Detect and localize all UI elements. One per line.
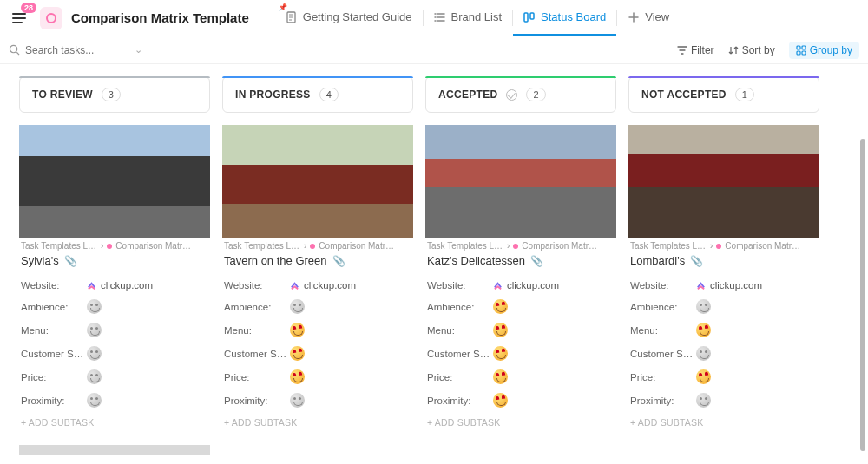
sort-icon <box>728 45 739 56</box>
field-menu[interactable]: Menu: <box>425 318 616 342</box>
emoji-heart-eyes-icon <box>493 299 508 314</box>
space-avatar[interactable] <box>40 7 62 29</box>
card-title[interactable]: Tavern on the Green 📎 <box>224 254 411 267</box>
tab-label: Getting Started Guide <box>303 10 412 23</box>
paperclip-icon: 📎 <box>690 255 703 267</box>
tab-label: Brand List <box>451 10 503 23</box>
column-title: ACCEPTED <box>438 88 497 101</box>
breadcrumb[interactable]: Task Templates Libr...› Comparison Matri… <box>630 241 818 251</box>
breadcrumb[interactable]: Task Templates Libr...› Comparison Matri… <box>427 241 615 251</box>
add-subtask-button[interactable]: + ADD SUBTASK <box>19 412 210 433</box>
status-dot-icon <box>107 244 112 249</box>
tab-brand-list[interactable]: Brand List <box>424 0 513 36</box>
add-subtask-button[interactable]: + ADD SUBTASK <box>425 412 616 433</box>
clickup-icon <box>290 281 299 291</box>
field-customer[interactable]: Customer Se... <box>222 342 413 365</box>
add-subtask-button[interactable]: + ADD SUBTASK <box>222 412 413 433</box>
column-header[interactable]: IN PROGRESS 4 <box>222 76 413 113</box>
field-menu[interactable]: Menu: <box>19 318 210 342</box>
field-proximity[interactable]: Proximity: <box>628 389 819 412</box>
field-website[interactable]: Website:clickup.com <box>628 276 819 295</box>
column-count: 2 <box>526 88 545 101</box>
emoji-neutral-icon <box>696 299 711 314</box>
add-subtask-button[interactable]: + ADD SUBTASK <box>628 412 819 433</box>
field-customer[interactable]: Customer Se... <box>628 342 819 365</box>
tab-label: Status Board <box>541 10 606 23</box>
search-box[interactable]: ⌄ <box>9 44 165 56</box>
breadcrumb[interactable]: Task Templates Libr...› Comparison Matri… <box>21 241 208 251</box>
search-icon <box>9 44 20 56</box>
group-icon <box>796 45 806 56</box>
list-icon <box>434 11 446 23</box>
card-image <box>628 125 819 238</box>
emoji-heart-eyes-icon <box>290 346 305 361</box>
breadcrumb[interactable]: Task Templates Libr...› Comparison Matri… <box>224 241 411 251</box>
pin-icon: 📌 <box>279 3 287 11</box>
field-ambience[interactable]: Ambience: <box>19 295 210 318</box>
groupby-label: Group by <box>810 44 852 56</box>
paperclip-icon: 📎 <box>332 255 345 267</box>
doc-icon <box>286 11 298 23</box>
card-image <box>425 125 616 238</box>
paperclip-icon: 📎 <box>64 255 77 267</box>
field-proximity[interactable]: Proximity: <box>222 389 413 412</box>
vertical-scrollbar[interactable] <box>860 139 865 451</box>
card-image <box>19 125 210 238</box>
emoji-heart-eyes-icon <box>290 369 305 384</box>
card-sylvias[interactable]: Task Templates Libr...› Comparison Matri… <box>19 125 210 455</box>
tab-status-board[interactable]: Status Board <box>513 0 616 36</box>
field-website[interactable]: Website:clickup.com <box>222 276 413 295</box>
field-menu[interactable]: Menu: <box>222 318 413 342</box>
next-card-peek <box>19 445 210 455</box>
field-menu[interactable]: Menu: <box>628 318 819 342</box>
field-ambience[interactable]: Ambience: <box>425 295 616 318</box>
field-ambience[interactable]: Ambience: <box>628 295 819 318</box>
field-price[interactable]: Price: <box>628 365 819 389</box>
svg-rect-8 <box>802 51 806 55</box>
emoji-heart-eyes-icon <box>493 323 508 337</box>
circle-icon <box>45 12 57 24</box>
tab-getting-started[interactable]: 📌 Getting Started Guide <box>275 0 423 36</box>
field-proximity[interactable]: Proximity: <box>425 389 616 412</box>
column-header[interactable]: ACCEPTED 2 <box>425 76 616 113</box>
column-header[interactable]: NOT ACCEPTED 1 <box>628 76 819 113</box>
field-ambience[interactable]: Ambience: <box>222 295 413 318</box>
field-price[interactable]: Price: <box>19 365 210 389</box>
sortby-label: Sort by <box>742 44 775 56</box>
column-accepted: ACCEPTED 2 Task Templates Libr...› Compa… <box>425 76 616 464</box>
card-image <box>222 125 413 238</box>
field-website[interactable]: Website:clickup.com <box>19 276 210 295</box>
field-proximity[interactable]: Proximity: <box>19 389 210 412</box>
field-price[interactable]: Price: <box>222 365 413 389</box>
sortby-button[interactable]: Sort by <box>728 44 775 56</box>
svg-rect-7 <box>797 51 800 55</box>
column-title: NOT ACCEPTED <box>641 88 727 101</box>
chevron-down-icon[interactable]: ⌄ <box>135 44 142 56</box>
emoji-neutral-icon <box>87 369 102 384</box>
emoji-neutral-icon <box>87 393 102 408</box>
filter-button[interactable]: Filter <box>677 44 714 56</box>
column-header[interactable]: TO REVIEW 3 <box>19 76 210 113</box>
card-title[interactable]: Lombardi's 📎 <box>630 254 818 267</box>
svg-rect-6 <box>802 46 806 49</box>
emoji-neutral-icon <box>87 299 102 314</box>
emoji-neutral-icon <box>290 393 305 408</box>
card-title[interactable]: Sylvia's 📎 <box>21 254 208 267</box>
field-website[interactable]: Website:clickup.com <box>425 276 616 295</box>
tab-add-view[interactable]: View <box>617 0 680 36</box>
card-lombardis[interactable]: Task Templates Libr...› Comparison Matri… <box>628 125 819 433</box>
column-title: IN PROGRESS <box>235 88 311 101</box>
groupby-button[interactable]: Group by <box>789 42 859 59</box>
emoji-heart-eyes-icon <box>696 369 711 384</box>
field-customer[interactable]: Customer Se... <box>19 342 210 365</box>
clickup-icon <box>87 281 96 291</box>
card-katz[interactable]: Task Templates Libr...› Comparison Matri… <box>425 125 616 433</box>
field-customer[interactable]: Customer Se... <box>425 342 616 365</box>
card-title[interactable]: Katz's Delicatessen 📎 <box>427 254 615 267</box>
kanban-board: TO REVIEW 3 Task Templates Libr...› Comp… <box>0 64 868 464</box>
emoji-heart-eyes-icon <box>290 323 305 337</box>
search-input[interactable] <box>25 44 129 56</box>
menu-button[interactable]: 28 <box>7 6 31 30</box>
field-price[interactable]: Price: <box>425 365 616 389</box>
card-tavern[interactable]: Task Templates Libr...› Comparison Matri… <box>222 125 413 433</box>
